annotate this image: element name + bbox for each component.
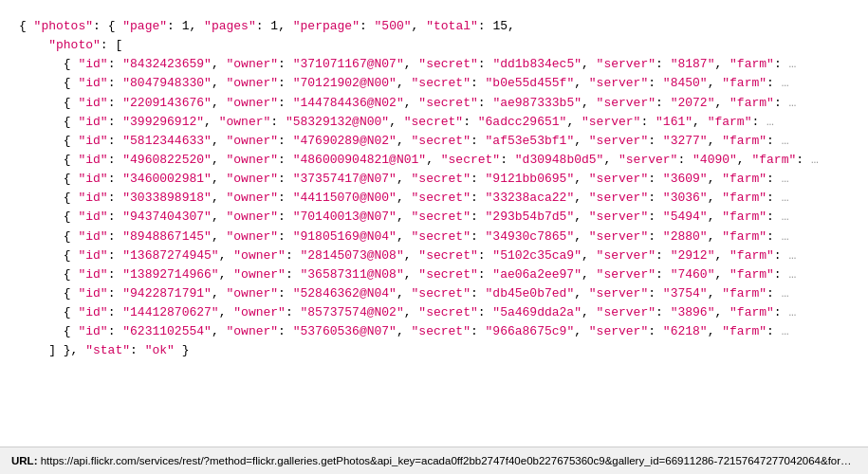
json-content: { "photos": { "page": 1, "pages": 1, "pe… — [0, 0, 868, 427]
url-text: https://api.flickr.com/services/rest/?me… — [41, 455, 868, 466]
url-bar: URL: https://api.flickr.com/services/res… — [0, 447, 868, 474]
url-label: URL: — [11, 455, 37, 466]
